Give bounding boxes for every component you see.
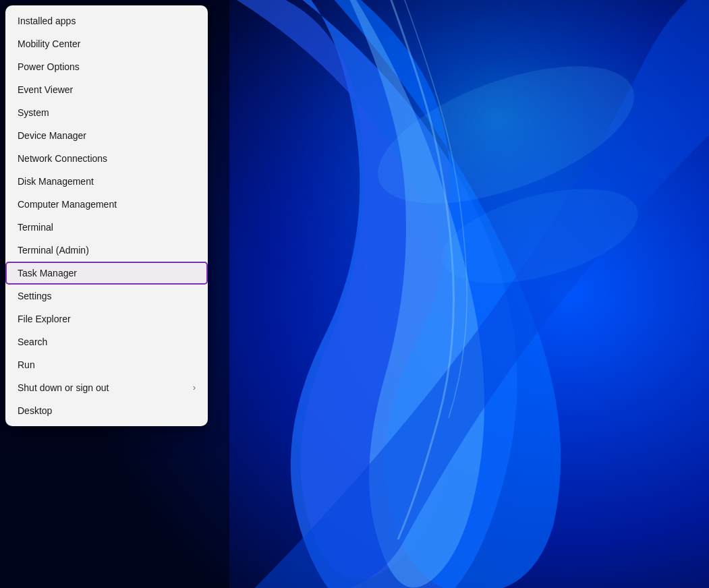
menu-item-power-options[interactable]: Power Options <box>5 55 208 78</box>
menu-item-label-device-manager: Device Manager <box>18 130 86 141</box>
menu-item-label-desktop: Desktop <box>18 405 52 416</box>
menu-item-event-viewer[interactable]: Event Viewer <box>5 78 208 101</box>
menu-item-label-power-options: Power Options <box>18 61 80 72</box>
menu-item-label-installed-apps: Installed apps <box>18 16 76 26</box>
menu-item-label-event-viewer: Event Viewer <box>18 84 73 95</box>
menu-item-label-computer-management: Computer Management <box>18 199 117 210</box>
menu-item-label-settings: Settings <box>18 291 52 301</box>
menu-item-label-search: Search <box>18 336 47 347</box>
menu-item-run[interactable]: Run <box>5 353 208 376</box>
menu-item-label-task-manager: Task Manager <box>18 268 77 278</box>
menu-item-label-run: Run <box>18 359 35 370</box>
chevron-right-icon: › <box>193 383 196 392</box>
menu-item-device-manager[interactable]: Device Manager <box>5 124 208 147</box>
menu-item-network-connections[interactable]: Network Connections <box>5 147 208 170</box>
menu-item-label-terminal: Terminal <box>18 222 53 233</box>
menu-item-label-system: System <box>18 107 49 118</box>
menu-item-installed-apps[interactable]: Installed apps <box>5 9 208 32</box>
menu-item-computer-management[interactable]: Computer Management <box>5 193 208 216</box>
menu-item-file-explorer[interactable]: File Explorer <box>5 307 208 330</box>
menu-item-label-mobility-center: Mobility Center <box>18 38 80 49</box>
menu-item-settings[interactable]: Settings <box>5 285 208 307</box>
menu-item-label-shut-down-or-sign-out: Shut down or sign out <box>18 382 109 393</box>
context-menu: Installed appsMobility CenterPower Optio… <box>5 5 208 426</box>
menu-item-desktop[interactable]: Desktop <box>5 399 208 422</box>
menu-item-disk-management[interactable]: Disk Management <box>5 170 208 193</box>
menu-item-shut-down-or-sign-out[interactable]: Shut down or sign out› <box>5 376 208 399</box>
menu-item-label-file-explorer: File Explorer <box>18 314 71 324</box>
menu-item-label-terminal-admin: Terminal (Admin) <box>18 245 89 256</box>
menu-item-system[interactable]: System <box>5 101 208 124</box>
menu-item-terminal-admin[interactable]: Terminal (Admin) <box>5 239 208 262</box>
menu-item-task-manager[interactable]: Task Manager <box>5 262 208 285</box>
menu-item-mobility-center[interactable]: Mobility Center <box>5 32 208 55</box>
menu-item-terminal[interactable]: Terminal <box>5 216 208 239</box>
menu-item-label-disk-management: Disk Management <box>18 176 94 187</box>
menu-item-label-network-connections: Network Connections <box>18 153 107 164</box>
menu-item-search[interactable]: Search <box>5 330 208 353</box>
